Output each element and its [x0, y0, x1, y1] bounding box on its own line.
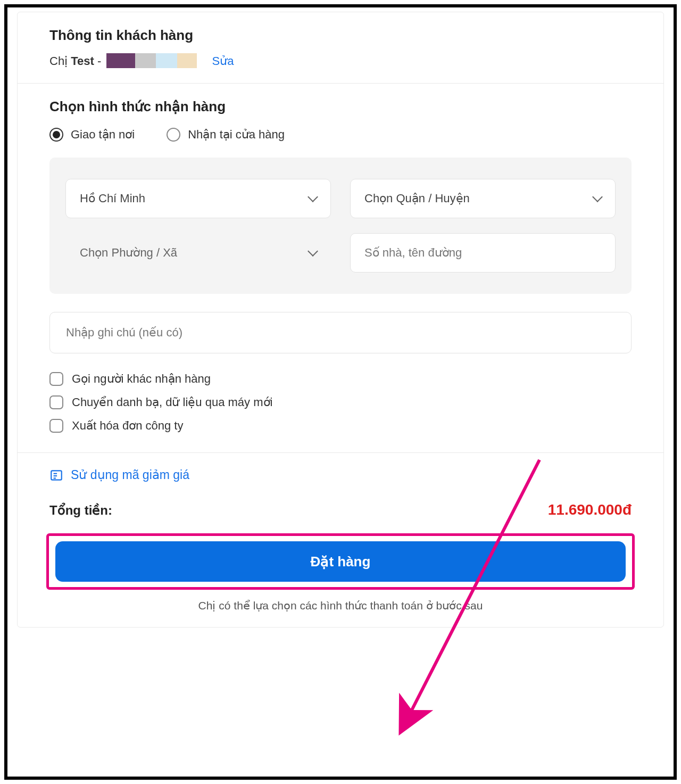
ward-placeholder: Chọn Phường / Xã	[80, 246, 177, 260]
radio-home-delivery[interactable]: Giao tận nơi	[49, 128, 135, 142]
radio-icon-unselected	[167, 128, 180, 142]
total-value: 11.690.000đ	[548, 501, 632, 518]
total-label: Tổng tiền:	[49, 503, 112, 518]
radio-label: Nhận tại cửa hàng	[188, 128, 285, 142]
chevron-down-icon	[308, 192, 318, 202]
radio-icon-selected	[49, 128, 63, 142]
district-placeholder: Chọn Quận / Huyện	[364, 192, 470, 205]
footnote: Chị có thể lựa chọn các hình thức thanh …	[49, 599, 632, 612]
order-button[interactable]: Đặt hàng	[55, 541, 626, 582]
ward-select[interactable]: Chọn Phường / Xã	[65, 233, 331, 273]
radio-store-pickup[interactable]: Nhận tại cửa hàng	[167, 128, 285, 142]
delivery-radio-group: Giao tận nơi Nhận tại cửa hàng	[49, 128, 632, 142]
delivery-section: Chọn hình thức nhận hàng Giao tận nơi Nh…	[18, 84, 663, 453]
summary-section: Sử dụng mã giảm giá Tổng tiền: 11.690.00…	[18, 453, 663, 627]
city-value: Hồ Chí Minh	[80, 192, 145, 205]
checkbox-company-invoice[interactable]: Xuất hóa đơn công ty	[49, 414, 632, 438]
coupon-icon	[49, 468, 63, 482]
promo-label: Sử dụng mã giảm giá	[71, 468, 189, 482]
city-select[interactable]: Hồ Chí Minh	[65, 179, 331, 218]
radio-label: Giao tận nơi	[71, 128, 135, 142]
checkbox-label: Gọi người khác nhận hàng	[72, 372, 211, 386]
customer-line: Chị Test - Sửa	[49, 53, 632, 68]
district-select[interactable]: Chọn Quận / Huyện	[350, 179, 616, 218]
note-placeholder: Nhập ghi chú (nếu có)	[66, 326, 182, 340]
customer-title: Thông tin khách hàng	[49, 27, 632, 44]
total-row: Tổng tiền: 11.690.000đ	[49, 501, 632, 518]
checkbox-icon	[49, 419, 63, 433]
salutation: Chị	[49, 54, 68, 68]
note-input[interactable]: Nhập ghi chú (nếu có)	[49, 312, 632, 353]
delivery-title: Chọn hình thức nhận hàng	[49, 98, 632, 115]
customer-section: Thông tin khách hàng Chị Test - Sửa	[18, 12, 663, 84]
chevron-down-icon	[592, 192, 603, 202]
edit-link[interactable]: Sửa	[212, 54, 234, 68]
checkbox-icon	[49, 372, 63, 386]
address-box: Hồ Chí Minh Chọn Quận / Huyện Chọn Phườn…	[49, 158, 632, 294]
customer-name: Test	[71, 54, 94, 68]
checkbox-list: Gọi người khác nhận hàng Chuyển danh bạ,…	[49, 367, 632, 438]
checkbox-data-transfer[interactable]: Chuyển danh bạ, dữ liệu qua máy mới	[49, 391, 632, 414]
checkbox-label: Chuyển danh bạ, dữ liệu qua máy mới	[72, 395, 272, 409]
street-placeholder: Số nhà, tên đường	[364, 246, 462, 260]
checkbox-label: Xuất hóa đơn công ty	[72, 419, 183, 433]
street-input[interactable]: Số nhà, tên đường	[350, 233, 616, 273]
checkbox-icon	[49, 395, 63, 409]
order-button-highlight: Đặt hàng	[46, 533, 635, 590]
redacted-phone	[106, 53, 197, 68]
promo-link[interactable]: Sử dụng mã giảm giá	[49, 468, 632, 482]
checkbox-other-receiver[interactable]: Gọi người khác nhận hàng	[49, 367, 632, 391]
chevron-down-icon	[308, 246, 318, 257]
